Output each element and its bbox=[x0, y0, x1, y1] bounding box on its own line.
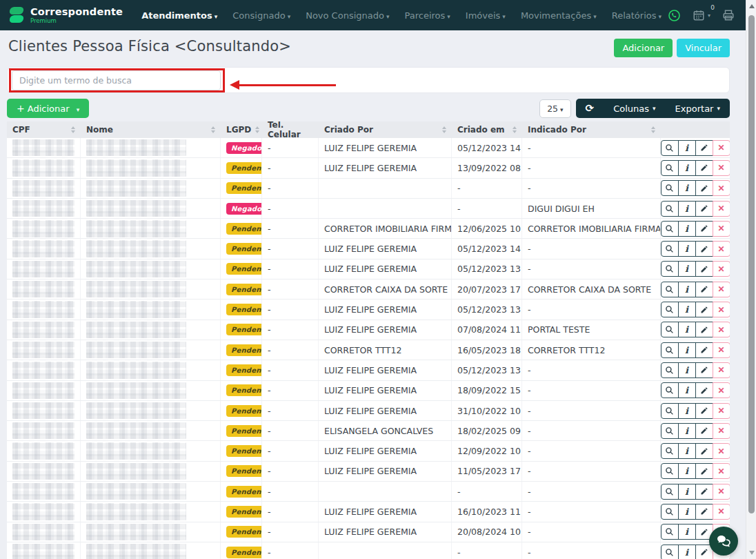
info-row-button[interactable]: i bbox=[678, 221, 696, 237]
table-row[interactable]: Negado - - DIGUI DIGUI EH i ✕ bbox=[7, 199, 730, 219]
edit-row-button[interactable] bbox=[695, 463, 713, 479]
info-row-button[interactable]: i bbox=[678, 140, 696, 156]
view-row-button[interactable] bbox=[661, 322, 679, 337]
table-row[interactable]: Pendente - LUIZ FELIPE GEREMIA 31/10/202… bbox=[7, 401, 730, 421]
delete-row-button[interactable]: ✕ bbox=[713, 463, 730, 479]
printer-icon[interactable] bbox=[722, 9, 735, 21]
edit-row-button[interactable] bbox=[695, 484, 713, 500]
table-row[interactable]: Pendente - LUIZ FELIPE GEREMIA 16/10/202… bbox=[7, 502, 730, 522]
column-header[interactable]: Tel. Celular bbox=[262, 121, 319, 138]
edit-row-button[interactable] bbox=[695, 302, 713, 317]
view-row-button[interactable] bbox=[661, 160, 679, 176]
scroll-down-arrow-icon[interactable] bbox=[749, 551, 755, 555]
delete-row-button[interactable]: ✕ bbox=[713, 342, 730, 358]
search-input[interactable] bbox=[12, 70, 221, 90]
table-row[interactable]: Pendente - LUIZ FELIPE GEREMIA 20/08/202… bbox=[7, 522, 730, 542]
delete-row-button[interactable]: ✕ bbox=[713, 282, 730, 297]
nav-item-parceiros[interactable]: Parceiros▾ bbox=[398, 6, 456, 25]
info-row-button[interactable]: i bbox=[678, 302, 696, 317]
edit-row-button[interactable] bbox=[695, 160, 713, 176]
view-row-button[interactable] bbox=[661, 443, 679, 459]
edit-row-button[interactable] bbox=[695, 382, 713, 398]
table-row[interactable]: Pendente - CORRETOR TTT12 16/05/2023 18:… bbox=[7, 340, 730, 360]
column-header[interactable]: LGPD bbox=[221, 121, 262, 138]
info-row-button[interactable]: i bbox=[678, 342, 696, 358]
nav-item-imóveis[interactable]: Imóveis▾ bbox=[459, 6, 512, 25]
info-row-button[interactable]: i bbox=[678, 504, 696, 520]
columns-dropdown[interactable]: Colunas▾ bbox=[604, 99, 665, 118]
sort-icon[interactable] bbox=[508, 126, 517, 133]
sort-icon[interactable] bbox=[438, 126, 446, 133]
view-row-button[interactable] bbox=[661, 382, 679, 398]
delete-row-button[interactable]: ✕ bbox=[713, 322, 730, 337]
info-row-button[interactable]: i bbox=[678, 382, 696, 398]
table-row[interactable]: Pendente - LUIZ FELIPE GEREMIA 12/09/202… bbox=[7, 441, 730, 461]
edit-row-button[interactable] bbox=[695, 443, 713, 459]
table-row[interactable]: Pendente - LUIZ FELIPE GEREMIA 05/12/202… bbox=[7, 239, 730, 259]
info-row-button[interactable]: i bbox=[678, 545, 696, 559]
view-row-button[interactable] bbox=[661, 180, 679, 196]
add-dropdown-button[interactable]: +Adicionar ▾ bbox=[7, 99, 89, 118]
info-row-button[interactable]: i bbox=[678, 443, 696, 459]
info-row-button[interactable]: i bbox=[678, 362, 696, 378]
edit-row-button[interactable] bbox=[695, 322, 713, 337]
info-row-button[interactable]: i bbox=[678, 463, 696, 479]
table-row[interactable]: Pendente - - - i ✕ bbox=[7, 542, 730, 559]
info-row-button[interactable]: i bbox=[678, 524, 696, 540]
column-header[interactable] bbox=[661, 121, 730, 138]
view-row-button[interactable] bbox=[661, 342, 679, 358]
sort-icon[interactable] bbox=[207, 126, 215, 133]
delete-row-button[interactable]: ✕ bbox=[713, 403, 730, 419]
table-row[interactable]: Pendente - LUIZ FELIPE GEREMIA 05/12/202… bbox=[7, 300, 730, 320]
edit-row-button[interactable] bbox=[695, 423, 713, 439]
vertical-scrollbar[interactable] bbox=[746, 0, 756, 559]
edit-row-button[interactable] bbox=[695, 261, 713, 277]
nav-item-consignado[interactable]: Consignado▾ bbox=[226, 6, 297, 25]
table-row[interactable]: Pendente - ELISANGELA GONCALVES 18/02/20… bbox=[7, 421, 730, 441]
edit-row-button[interactable] bbox=[695, 201, 713, 217]
column-header[interactable]: Criado Por bbox=[319, 121, 452, 138]
info-row-button[interactable]: i bbox=[678, 241, 696, 257]
column-header[interactable]: Criado em bbox=[452, 121, 522, 138]
table-row[interactable]: Pendente - - - i ✕ bbox=[7, 482, 730, 502]
brand-logo[interactable]: Correspondente Premium bbox=[10, 6, 123, 24]
nav-item-novo-consignado[interactable]: Novo Consignado▾ bbox=[299, 6, 395, 25]
delete-row-button[interactable]: ✕ bbox=[713, 382, 730, 398]
table-row[interactable]: Pendente - LUIZ FELIPE GEREMIA 05/12/202… bbox=[7, 259, 730, 280]
table-row[interactable]: Pendente - LUIZ FELIPE GEREMIA 07/08/202… bbox=[7, 320, 730, 340]
info-row-button[interactable]: i bbox=[678, 403, 696, 419]
chat-button[interactable] bbox=[709, 527, 738, 556]
view-row-button[interactable] bbox=[661, 221, 679, 237]
info-row-button[interactable]: i bbox=[678, 484, 696, 500]
delete-row-button[interactable]: ✕ bbox=[713, 201, 730, 217]
table-row[interactable]: Negado - LUIZ FELIPE GEREMIA 05/12/2023 … bbox=[7, 138, 730, 158]
view-row-button[interactable] bbox=[661, 463, 679, 479]
info-row-button[interactable]: i bbox=[678, 180, 696, 196]
add-button[interactable]: Adicionar bbox=[614, 39, 673, 57]
delete-row-button[interactable]: ✕ bbox=[713, 241, 730, 257]
sort-icon[interactable] bbox=[647, 126, 655, 133]
nav-item-atendimentos[interactable]: Atendimentos▾ bbox=[135, 6, 223, 25]
link-button[interactable]: Vincular bbox=[677, 39, 730, 57]
view-row-button[interactable] bbox=[661, 261, 679, 277]
delete-row-button[interactable]: ✕ bbox=[713, 180, 730, 196]
view-row-button[interactable] bbox=[661, 241, 679, 257]
table-row[interactable]: Pendente - CORRETOR IMOBILIARIA FIRMA 12… bbox=[7, 219, 730, 239]
whatsapp-icon[interactable] bbox=[668, 9, 681, 22]
delete-row-button[interactable]: ✕ bbox=[713, 261, 730, 277]
info-row-button[interactable]: i bbox=[678, 160, 696, 176]
view-row-button[interactable] bbox=[661, 524, 679, 540]
nav-item-relatórios[interactable]: Relatórios▾ bbox=[606, 6, 668, 25]
scrollbar-thumb[interactable] bbox=[748, 15, 755, 513]
calendar-icon[interactable]: 0 ▾ bbox=[693, 9, 710, 21]
delete-row-button[interactable]: ✕ bbox=[713, 140, 730, 156]
view-row-button[interactable] bbox=[661, 302, 679, 317]
delete-row-button[interactable]: ✕ bbox=[713, 504, 730, 520]
info-row-button[interactable]: i bbox=[678, 282, 696, 297]
page-size-select[interactable]: 25▾ bbox=[539, 99, 570, 118]
info-row-button[interactable]: i bbox=[678, 201, 696, 217]
view-row-button[interactable] bbox=[661, 403, 679, 419]
refresh-button[interactable]: ⟳ bbox=[576, 99, 604, 118]
edit-row-button[interactable] bbox=[695, 180, 713, 196]
column-header[interactable]: CPF bbox=[7, 121, 81, 138]
